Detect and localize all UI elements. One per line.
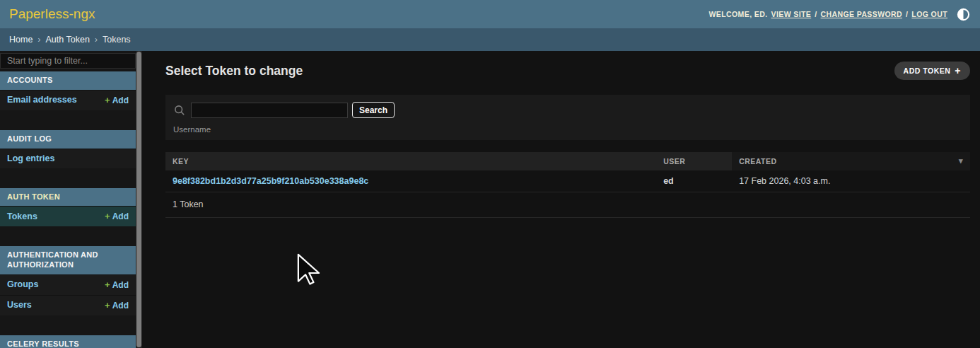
sidebar-item-users[interactable]: Users +Add — [0, 295, 136, 315]
email-addresses-link[interactable]: Email addresses — [7, 95, 77, 105]
tokens-table: KEY USER CREATED ▾ 9e8f382bd1b2d3d77a25b… — [165, 152, 970, 192]
plus-icon: + — [105, 300, 110, 311]
nav-section-audit-log: AUDIT LOG Log entries — [0, 130, 136, 168]
search-button[interactable]: Search — [352, 102, 395, 118]
sidebar-scrollbar-thumb[interactable] — [136, 52, 141, 347]
welcome-text: WELCOME, ED. — [709, 10, 768, 18]
token-key-link[interactable]: 9e8f382bd1b2d3d77a25b9f210ab530e338a9e8c — [173, 176, 368, 186]
breadcrumb: Home › Auth Token › Tokens — [0, 28, 980, 51]
page-title: Select Token to change — [165, 64, 303, 79]
add-email-address-link[interactable]: +Add — [105, 95, 129, 105]
link-separator: / — [815, 10, 817, 18]
nav-section-authentication: AUTHENTICATION AND AUTHORIZATION Groups … — [0, 246, 136, 315]
add-token-link[interactable]: +Add — [105, 211, 129, 221]
add-user-link[interactable]: +Add — [105, 300, 129, 311]
sidebar-item-log-entries[interactable]: Log entries — [0, 149, 136, 168]
log-out-link[interactable]: LOG OUT — [911, 10, 947, 18]
nav-section-title: CELERY RESULTS — [0, 335, 136, 348]
user-tools: WELCOME, ED. VIEW SITE / CHANGE PASSWORD… — [709, 8, 970, 21]
groups-link[interactable]: Groups — [7, 279, 38, 289]
plus-icon: + — [105, 211, 110, 221]
theme-toggle-icon — [957, 8, 970, 21]
search-field-label: Username — [173, 125, 963, 134]
token-created-cell: 17 Feb 2026, 4:03 a.m. — [732, 170, 970, 192]
app-header: Paperless-ngx WELCOME, ED. VIEW SITE / C… — [0, 0, 980, 28]
breadcrumb-home[interactable]: Home — [9, 35, 33, 45]
link-separator: / — [906, 10, 908, 18]
main-content: Select Token to change ADD TOKEN+ Search… — [142, 51, 980, 348]
token-user-cell: ed — [656, 170, 732, 192]
sort-caret-icon[interactable]: ▾ — [959, 156, 963, 166]
breadcrumb-current: Tokens — [103, 35, 131, 45]
sidebar-scrollbar[interactable] — [136, 51, 142, 348]
table-header-row: KEY USER CREATED ▾ — [165, 152, 970, 170]
result-count: 1 Token — [165, 192, 970, 218]
search-module: Search Username — [165, 95, 970, 140]
app-title-link[interactable]: Paperless-ngx — [9, 6, 95, 22]
breadcrumb-auth-token[interactable]: Auth Token — [46, 35, 90, 45]
plus-icon: + — [105, 279, 110, 290]
nav-section-celery-results: CELERY RESULTS — [0, 335, 136, 348]
column-header-created[interactable]: CREATED ▾ — [732, 152, 970, 170]
nav-section-title: AUTH TOKEN — [0, 188, 136, 207]
view-site-link[interactable]: VIEW SITE — [771, 10, 812, 18]
nav-section-accounts: ACCOUNTS Email addresses +Add — [0, 71, 136, 110]
plus-icon: + — [105, 95, 110, 105]
search-input[interactable] — [191, 103, 348, 118]
nav-section-auth-token: AUTH TOKEN Tokens +Add — [0, 188, 136, 227]
sidebar-item-groups[interactable]: Groups +Add — [0, 274, 136, 295]
nav-section-title: AUTHENTICATION AND AUTHORIZATION — [0, 246, 136, 274]
sidebar-nav: ACCOUNTS Email addresses +Add AUDIT LOG … — [0, 51, 136, 348]
breadcrumb-separator: › — [95, 35, 98, 45]
sidebar-filter-input[interactable] — [0, 53, 136, 69]
token-key-cell: 9e8f382bd1b2d3d77a25b9f210ab530e338a9e8c — [165, 170, 656, 192]
nav-section-title: AUDIT LOG — [0, 130, 136, 149]
users-link[interactable]: Users — [7, 300, 32, 310]
add-token-button[interactable]: ADD TOKEN+ — [894, 62, 970, 80]
sidebar-item-email-addresses[interactable]: Email addresses +Add — [0, 90, 136, 110]
search-icon — [174, 105, 185, 116]
theme-toggle-button[interactable] — [957, 8, 970, 21]
sidebar-item-tokens[interactable]: Tokens +Add — [0, 206, 136, 226]
change-password-link[interactable]: CHANGE PASSWORD — [821, 10, 902, 18]
column-header-key[interactable]: KEY — [165, 152, 656, 170]
nav-section-title: ACCOUNTS — [0, 71, 136, 90]
plus-icon: + — [955, 67, 961, 74]
table-row: 9e8f382bd1b2d3d77a25b9f210ab530e338a9e8c… — [165, 170, 970, 192]
add-group-link[interactable]: +Add — [105, 279, 129, 290]
log-entries-link[interactable]: Log entries — [7, 153, 54, 163]
tokens-link[interactable]: Tokens — [7, 211, 37, 221]
breadcrumb-separator: › — [37, 35, 40, 45]
column-header-user[interactable]: USER — [656, 152, 732, 170]
